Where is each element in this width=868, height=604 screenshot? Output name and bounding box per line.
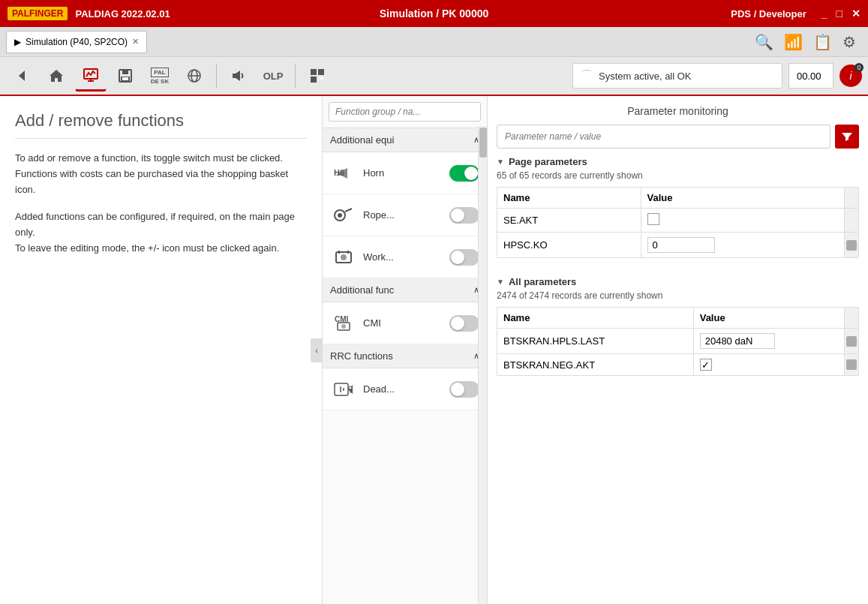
mode-label: PDS / Developer [731,8,806,20]
tab-label: Simulation (P40, SP2CO) [26,37,128,47]
title-bar: PALFINGER PALDIAG 2022.02.01 Simulation … [0,0,868,27]
function-list: Additional equi ∧ H6 Horn [323,128,487,604]
section-additional-equi[interactable]: Additional equi ∧ [323,128,487,152]
all-params-records: 2474 of 2474 records are currently shown [497,290,859,301]
section-rrc[interactable]: RRC functions ∧ [323,344,487,368]
maximize-button[interactable]: □ [836,8,842,20]
work-toggle[interactable] [449,249,479,266]
svg-point-18 [338,213,342,218]
settings-icon[interactable]: ⚙ [842,33,856,51]
rope-icon [330,202,357,229]
svg-rect-14 [311,77,317,83]
page-params-records: 65 of 65 records are currently shown [497,170,859,181]
tab-bar: ▶ Simulation (P40, SP2CO) ✕ 🔍 📶 📋 ⚙ [0,27,868,57]
horn-button[interactable] [223,60,254,92]
toolbar: PAL DE SK OLP + ⌒ System active, all OK [0,57,868,96]
right-panel: Parameter monitoring ▼ Page parameters 6… [488,96,868,604]
info-button[interactable]: i 0 [839,65,862,87]
monitor-button[interactable] [75,60,107,92]
all-params-section[interactable]: ▼ All parameters [497,276,859,287]
checkbox-checked[interactable]: ✓ [700,359,712,371]
dead-label: Dead... [363,383,443,395]
list-item: Work... [323,236,487,278]
search-advanced-icon[interactable]: 🔍 [755,33,773,51]
page-params-table-wrapper: Name Value SE.AKT HPSC.KO [497,187,859,267]
function-search-input[interactable] [329,102,481,122]
param-monitoring-title: Parameter monitoring [497,105,859,117]
page-params-label: Page parameters [509,156,587,167]
param-search-input[interactable] [497,125,830,149]
time-display: 00.00 [788,63,833,89]
rope-toggle[interactable] [449,207,479,224]
cmi-toggle[interactable] [449,315,479,332]
col-name-header: Name [497,308,694,329]
globe-button[interactable] [179,60,210,92]
instruction-2: Added functions can be configured, if re… [15,209,307,256]
function-search-box [323,96,487,128]
svg-rect-12 [311,69,317,75]
close-button[interactable]: ✕ [851,8,860,20]
param-value[interactable] [641,233,844,258]
info-icon: i [849,70,851,82]
param-value[interactable]: ✓ [693,354,844,376]
table-row: SE.AKT [497,209,859,233]
table-row: BTSKRAN.NEG.AKT ✓ [497,354,859,376]
hpsc-ko-input[interactable] [647,237,715,253]
svg-text:+: + [349,389,353,395]
svg-text:+: + [319,74,324,84]
save-button[interactable] [110,60,141,92]
clipboard-icon[interactable]: 📋 [813,33,832,51]
signal-icon[interactable]: 📶 [784,33,803,51]
home-button[interactable] [41,60,72,92]
col-value-header: Value [693,308,844,329]
triangle-down-icon: ▼ [497,278,504,286]
work-icon [330,244,357,271]
svg-marker-0 [19,71,25,81]
add-remove-button[interactable]: + [302,60,333,92]
simulation-tab[interactable]: ▶ Simulation (P40, SP2CO) ✕ [6,31,147,53]
all-params-table-wrapper: Name Value BTSKRAN.HPLS.LAST [497,307,859,385]
param-name: BTSKRAN.HPLS.LAST [497,329,694,354]
checkbox-unchecked[interactable] [647,213,659,225]
collapse-arrow[interactable]: ‹ [311,338,323,362]
svg-line-19 [345,209,352,212]
badge-count: 0 [854,63,863,72]
svg-rect-8 [122,77,128,80]
main-content: Add / remove functions To add or remove … [0,96,868,604]
olp-button[interactable]: OLP [257,60,289,92]
window-controls[interactable]: _ □ ✕ [821,8,860,20]
param-value[interactable] [693,329,844,354]
middle-scrollbar[interactable] [478,126,487,604]
olp-label: OLP [263,71,284,82]
middle-panel: ‹ Additional equi ∧ H6 Horn [323,96,488,604]
page-params-section[interactable]: ▼ Page parameters [497,156,859,167]
pal-button[interactable]: PAL DE SK [144,60,176,92]
toolbar-icons: 🔍 📶 📋 ⚙ [755,33,862,51]
horn-toggle[interactable] [449,165,479,182]
page-params-table: Name Value SE.AKT HPSC.KO [497,187,859,258]
filter-button[interactable] [835,125,859,149]
dead-icon: + [330,376,357,403]
play-icon: ▶ [14,37,21,47]
dead-toggle[interactable] [449,381,479,398]
param-name: HPSC.KO [497,233,641,258]
all-params-label: All parameters [509,276,576,287]
work-label: Work... [363,251,443,263]
param-name: BTSKRAN.NEG.AKT [497,354,694,376]
list-item: CMI CMI [323,302,487,344]
horn-icon: H6 [330,160,357,187]
instruction-1: To add or remove a function, its toggle … [15,151,307,197]
svg-marker-1 [50,70,63,82]
all-params-table: Name Value BTSKRAN.HPLS.LAST [497,307,859,376]
col-value-header: Value [641,188,844,209]
status-area: ⌒ System active, all OK 00.00 i 0 [572,63,862,89]
section-additional-func[interactable]: Additional func ∧ [323,278,487,302]
tab-close-button[interactable]: ✕ [132,37,139,47]
param-value[interactable] [641,209,844,233]
list-item: Rope... [323,194,487,236]
minimize-button[interactable]: _ [821,8,827,20]
back-button[interactable] [6,60,38,92]
hpls-last-input[interactable] [700,333,775,349]
section-label: RRC functions [330,350,393,362]
simulation-title: Simulation / PK 00000 [380,8,489,20]
